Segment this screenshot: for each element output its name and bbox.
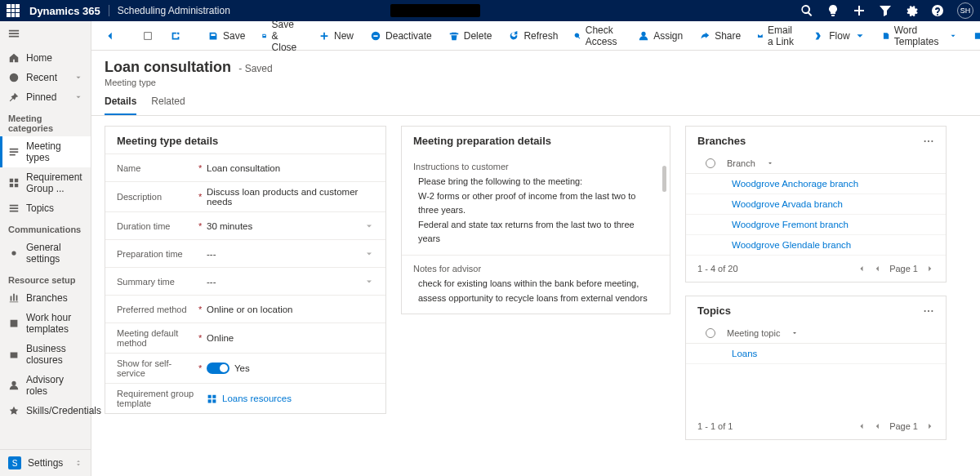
email-link-button[interactable]: Email a Link — [751, 21, 804, 51]
list-item[interactable]: Woodgrove Arvada branch — [686, 194, 946, 215]
record-type: Meeting type — [105, 78, 967, 87]
branches-col-header[interactable]: Branch — [686, 153, 946, 174]
top-icon-bar: SH — [800, 2, 973, 19]
sidebar-label: Requirement Group ... — [26, 171, 82, 194]
select-all-radio[interactable] — [706, 328, 715, 338]
lookup-link[interactable]: Loans resources — [222, 394, 292, 403]
svg-point-4 — [928, 309, 929, 311]
sidebar-item-recent[interactable]: Recent — [0, 68, 91, 87]
field-name[interactable]: Name*Loan consultation — [105, 153, 385, 181]
popout-button[interactable] — [163, 27, 188, 45]
sidebar-item-work-hours[interactable]: Work hour templates — [0, 308, 91, 339]
sidebar-item-pinned[interactable]: Pinned — [0, 87, 91, 107]
field-self-service[interactable]: Show for self-service*Yes — [105, 353, 385, 383]
check-access-button[interactable]: Check Access — [568, 21, 628, 51]
record-tabs: Details Related — [91, 87, 980, 116]
instr-body[interactable]: Please bring the following to the meetin… — [413, 175, 658, 247]
branches-pager: 1 - 4 of 20 Page 1 — [686, 256, 946, 282]
card-title: Meeting type details — [105, 127, 385, 153]
pager-first-icon[interactable] — [857, 265, 865, 273]
sidebar-item-topics[interactable]: Topics — [0, 198, 91, 218]
field-duration[interactable]: Duration time*30 minutes — [105, 211, 385, 239]
app-launcher-icon[interactable] — [7, 4, 20, 17]
field-summary-time[interactable]: Summary time--- — [105, 267, 385, 295]
meeting-prep-card: Meeting preparation details Instructions… — [401, 126, 670, 314]
sidebar-settings-button[interactable]: S Settings — [0, 449, 91, 476]
svg-point-0 — [924, 140, 926, 141]
sidebar-item-skills[interactable]: Skills/Credentials — [0, 401, 91, 420]
field-default-method[interactable]: Meeting default method*Online — [105, 323, 385, 353]
select-all-radio[interactable] — [706, 158, 715, 168]
field-description[interactable]: Description*Discuss loan products and cu… — [105, 181, 385, 211]
field-prep-time[interactable]: Preparation time--- — [105, 239, 385, 267]
help-icon[interactable] — [931, 4, 944, 17]
pager-prev-icon[interactable] — [873, 422, 881, 430]
more-icon[interactable] — [923, 136, 934, 147]
global-topbar: Dynamics 365 Scheduling Administration S… — [0, 0, 980, 21]
search-icon[interactable] — [800, 4, 813, 17]
list-item[interactable]: Loans — [686, 344, 946, 364]
sidebar-label: Home — [26, 52, 52, 64]
redacted-region — [390, 4, 480, 17]
sidebar-section-resource: Resource setup — [0, 269, 91, 288]
filter-icon[interactable] — [879, 4, 892, 17]
new-button[interactable]: New — [312, 27, 360, 45]
share-button[interactable]: Share — [693, 27, 747, 45]
gear-icon[interactable] — [905, 4, 918, 17]
hamburger-icon[interactable] — [0, 21, 91, 48]
field-req-group[interactable]: Requirement group templateLoans resource… — [105, 383, 385, 413]
scrollbar-thumb[interactable] — [662, 166, 666, 192]
pager-next-icon[interactable] — [926, 265, 934, 273]
sidebar-section-meeting: Meeting categories — [0, 107, 91, 136]
notes-label: Notes for advisor — [413, 264, 658, 274]
sidebar-item-req-group[interactable]: Requirement Group ... — [0, 167, 91, 198]
topics-col-header[interactable]: Meeting topic — [686, 323, 946, 344]
refresh-button[interactable]: Refresh — [501, 27, 564, 45]
sidebar-item-advisory[interactable]: Advisory roles — [0, 370, 91, 401]
pager-first-icon[interactable] — [857, 422, 865, 430]
sidebar-label: Skills/Credentials — [26, 405, 101, 416]
chevron-down-icon[interactable] — [364, 221, 374, 231]
chevron-down-icon[interactable] — [364, 277, 374, 287]
module-label: Scheduling Administration — [109, 5, 230, 16]
list-item[interactable]: Woodgrove Fremont branch — [686, 215, 946, 235]
chevron-down-icon — [74, 73, 82, 82]
back-button[interactable] — [98, 27, 122, 45]
toggle-self-service[interactable] — [207, 363, 229, 374]
list-item[interactable]: Woodgrove Glendale branch — [686, 235, 946, 256]
sidebar-item-closures[interactable]: Business closures — [0, 339, 91, 370]
save-button[interactable]: Save — [201, 27, 252, 45]
sidebar-item-branches[interactable]: Branches — [0, 288, 91, 308]
sidebar-section-comm: Communications — [0, 218, 91, 238]
plus-icon[interactable] — [853, 4, 866, 17]
instr-label: Instructions to customer — [413, 162, 658, 171]
user-avatar[interactable]: SH — [957, 2, 973, 19]
flow-button[interactable]: Flow — [807, 27, 871, 45]
sidebar-item-meeting-types[interactable]: Meeting types — [0, 136, 91, 167]
word-templates-button[interactable]: Word Templates — [875, 21, 964, 51]
sidebar-item-general-settings[interactable]: General settings — [0, 238, 91, 269]
topics-card: Topics Meeting topic Loans 1 - 1 of 1 Pa… — [685, 296, 947, 440]
list-item[interactable]: Woodgrove Anchorage branch — [686, 174, 946, 194]
tab-related[interactable]: Related — [151, 96, 185, 115]
lightbulb-icon[interactable] — [826, 4, 840, 17]
pager-prev-icon[interactable] — [873, 265, 881, 273]
sidebar-label: General settings — [26, 242, 82, 265]
updown-icon — [74, 459, 82, 467]
deactivate-button[interactable]: Deactivate — [363, 27, 439, 45]
assign-button[interactable]: Assign — [631, 27, 689, 45]
form-content: Meeting type details Name*Loan consultat… — [91, 116, 980, 476]
chevron-down-icon[interactable] — [364, 249, 374, 259]
tab-details[interactable]: Details — [105, 96, 136, 115]
sidebar-label: Settings — [28, 457, 63, 469]
sidebar-item-home[interactable]: Home — [0, 48, 91, 68]
field-preferred-method[interactable]: Preferred method*Online or on location — [105, 295, 385, 323]
notes-body[interactable]: check for existing loans within the bank… — [413, 277, 658, 305]
more-icon[interactable] — [923, 305, 934, 317]
pager-next-icon[interactable] — [926, 422, 934, 430]
card-title: Branches — [697, 135, 746, 147]
open-record-set-button[interactable] — [136, 27, 160, 45]
run-report-button[interactable]: Run Report — [967, 21, 980, 51]
sidebar-label: Advisory roles — [26, 374, 82, 397]
delete-button[interactable]: Delete — [442, 27, 499, 45]
